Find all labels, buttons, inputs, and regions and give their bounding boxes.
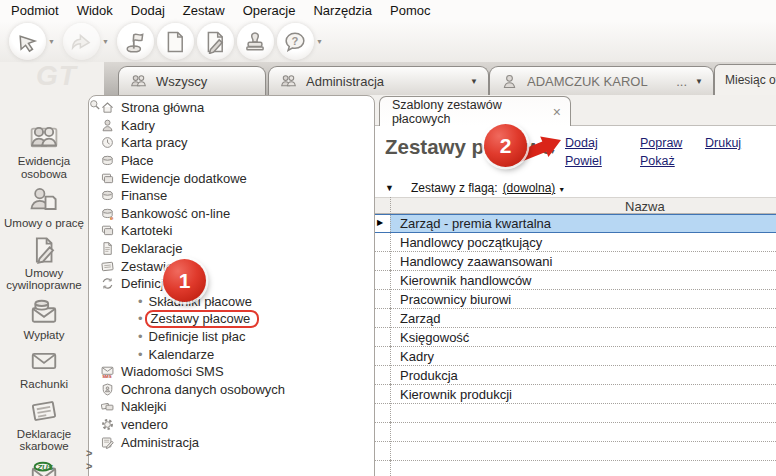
tree-item-karta-pracy[interactable]: Karta pracy [89, 134, 374, 152]
link-powiel[interactable]: Powiel [565, 154, 640, 168]
table-row[interactable]: Kierownik produkcji [375, 385, 776, 404]
menu-operacje[interactable]: Operacje [234, 1, 305, 20]
table-row-empty[interactable] [375, 404, 776, 423]
chevron-down-icon: ▼ [558, 186, 565, 193]
link-dodaj[interactable]: Dodaj [565, 136, 640, 150]
toolbar-button-page[interactable] [157, 23, 194, 60]
table-header[interactable]: Nazwa [375, 197, 776, 214]
tab-szablony-zestawow-placowych[interactable]: Szablony zestawów płacowych × [379, 96, 571, 126]
doc-sign-icon [24, 235, 64, 265]
gear-icon [100, 417, 115, 432]
rail-item-ewidencja-osobowa[interactable]: Ewidencja osobowa [0, 123, 88, 185]
tree-item-finanse[interactable]: Finanse [89, 187, 374, 205]
zus-icon: ZUS [24, 458, 64, 476]
filter-value[interactable]: (dowolna) [503, 181, 556, 195]
menu-podmiot[interactable]: Podmiot [2, 1, 68, 20]
row-gutter [375, 404, 390, 423]
navigation-tree: Strona głównaKadryKarta pracyPłaceEwiden… [89, 96, 374, 451]
menu-zestaw[interactable]: Zestaw [174, 1, 234, 20]
person-icon [500, 73, 519, 90]
rail-item-deklaracje-zus[interactable]: ZUSDeklaracje ZUS [0, 458, 88, 476]
pin-icon[interactable] [88, 98, 102, 116]
tree-item-ochrona-danych-osobowych[interactable]: Ochrona danych osobowych [89, 381, 374, 399]
rail-item-deklaracje-skarbowe[interactable]: Deklaracje skarbowe [0, 396, 88, 458]
table-row[interactable]: Kierownik handlowców [375, 271, 776, 290]
rail-item-label: Rachunki [20, 378, 68, 391]
link-drukuj[interactable]: Drukuj [705, 136, 741, 150]
table-row[interactable]: Handlowcy zaawansowani [375, 252, 776, 271]
money-icon [100, 153, 115, 168]
expand-chevrons[interactable]: > > [86, 447, 92, 473]
close-icon[interactable]: × [553, 105, 561, 119]
menu-pomoc[interactable]: Pomoc [381, 1, 439, 20]
main-panel: Zestawy płacowe ▼ DodajPoprawDrukujPowie… [375, 125, 776, 476]
collapse-section-icon[interactable]: ▼ [385, 183, 394, 193]
tree-item-zestawienia[interactable]: Zestawienia [89, 257, 374, 275]
group-icon [129, 73, 148, 90]
table-row[interactable]: Zarząd [375, 309, 776, 328]
filter-value-dropdown[interactable]: (dowolna)▼ [503, 181, 566, 195]
tree-item-vendero[interactable]: vendero [89, 416, 374, 434]
tree-item-label: Naklejki [121, 399, 167, 414]
rail-item-wyplaty[interactable]: Wypłaty [0, 297, 88, 347]
toolbar-button-help-bubble[interactable]: ? [277, 23, 314, 60]
workspace-tab-adamczuk-karol[interactable]: ADAMCZUK KAROL...▼ [489, 66, 714, 95]
tree-item-definicje[interactable]: Definicje [89, 275, 374, 293]
workspace-tab-wszyscy[interactable]: Wszyscy [118, 66, 266, 95]
chevron-down-icon[interactable]: ▼ [470, 77, 478, 86]
expand-chevron-icon[interactable]: > [86, 447, 92, 460]
row-gutter [375, 385, 390, 404]
link-popraw[interactable]: Popraw [640, 136, 705, 150]
tree-item-label: Finanse [121, 188, 167, 203]
tree-item-administracja[interactable]: Administracja [89, 433, 374, 451]
tree-item-bankowosc-on-line[interactable]: eBankowość on-line [89, 205, 374, 223]
menu-widok[interactable]: Widok [68, 1, 122, 20]
link-pokaz[interactable]: Pokaż [640, 154, 705, 168]
table-row[interactable]: Księgowość [375, 328, 776, 347]
tree-item-zestawy-placowe[interactable]: •Zestawy płacowe [89, 310, 374, 328]
menu-dodaj[interactable]: Dodaj [122, 1, 174, 20]
tree-item-wiadomosci-sms[interactable]: SMSWiadomości SMS [89, 363, 374, 381]
toolbar-button-cursor-arrow[interactable] [9, 23, 46, 60]
table-row[interactable]: Kadry [375, 347, 776, 366]
table-row[interactable]: Handlowcy początkujący [375, 233, 776, 252]
expand-chevron-icon[interactable]: > [86, 460, 92, 473]
chevron-down-icon[interactable]: ▼ [102, 38, 109, 45]
menu-narzedzia[interactable]: Narzędzia [304, 1, 381, 20]
tree-item-kartoteki[interactable]: Kartoteki [89, 222, 374, 240]
tree-item-ewidencje-dodatkowe[interactable]: Ewidencje dodatkowe [89, 169, 374, 187]
table-row-empty[interactable] [375, 461, 776, 476]
chevron-down-icon[interactable]: ▼ [695, 77, 703, 86]
coins-icon [100, 188, 115, 203]
table-row[interactable]: Produkcja [375, 366, 776, 385]
tree-item-label: Strona główna [121, 100, 204, 115]
table-row[interactable]: Pracownicy biurowi [375, 290, 776, 309]
toolbar-button-send-arrow[interactable] [63, 23, 100, 60]
table-row[interactable]: ▶Zarząd - premia kwartalna [375, 214, 776, 233]
admin-icon [100, 435, 115, 450]
gt-logo: GT [36, 60, 77, 92]
rail-item-umowy-o-prace[interactable]: Umowy o pracę [0, 185, 88, 235]
toolbar-button-stamp[interactable] [237, 23, 274, 60]
rail-item-rachunki[interactable]: Rachunki [0, 346, 88, 396]
tree-item-naklejki[interactable]: Naklejki [89, 398, 374, 416]
table-row-empty[interactable] [375, 442, 776, 461]
tree-item-definicje-list-plac[interactable]: •Definicje list płac [89, 328, 374, 346]
tree-item-kadry[interactable]: Kadry [89, 117, 374, 135]
workspace-tab-administracja[interactable]: Administracja▼ [268, 66, 489, 95]
tree-item-skladniki-placowe[interactable]: •Składniki płacowe [89, 293, 374, 311]
chevron-down-icon[interactable]: ▼ [316, 38, 323, 45]
tree-item-place[interactable]: Płace [89, 152, 374, 170]
tree-item-deklaracje[interactable]: Deklaracje [89, 240, 374, 258]
tab-label: ADAMCZUK KAROL [527, 74, 648, 89]
workspace-tab-miesiac-otw[interactable]: Miesiąc otw [714, 64, 776, 95]
rail-item-umowy-cywilnoprawne[interactable]: Umowy cywilnoprawne [0, 235, 88, 297]
tree-item-kalendarze[interactable]: •Kalendarze [89, 345, 374, 363]
tab-label: Wszyscy [156, 74, 207, 89]
chevron-down-icon[interactable]: ▼ [48, 38, 55, 45]
table-row-empty[interactable] [375, 423, 776, 442]
toolbar-button-flag[interactable] [117, 23, 154, 60]
cell-nazwa: Handlowcy początkujący [390, 233, 776, 252]
tree-item-strona-glowna[interactable]: Strona główna [89, 99, 374, 117]
toolbar-button-edit-page[interactable] [197, 23, 234, 60]
